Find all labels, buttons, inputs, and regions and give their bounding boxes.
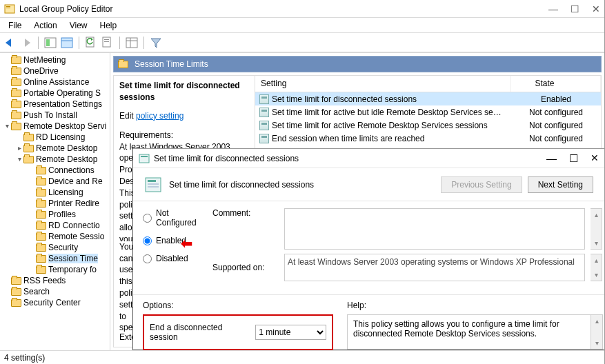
supported-on-label: Supported on: (212, 263, 279, 272)
tree-item[interactable]: Temporary fo (0, 264, 110, 275)
tree-item[interactable]: ▾Remote Desktop Servi (0, 121, 110, 132)
edit-policy-link[interactable]: policy setting (136, 111, 184, 121)
column-state[interactable]: State (511, 76, 601, 92)
policy-icon (144, 176, 162, 194)
next-setting-button[interactable]: Next Setting (528, 176, 593, 193)
folder-icon (36, 244, 46, 252)
menu-action[interactable]: Action (28, 19, 62, 32)
tree-item-label: RD Licensing (36, 132, 85, 142)
folder-icon (11, 277, 21, 285)
expand-glyph[interactable]: ▸ (15, 143, 23, 154)
tree-item[interactable]: NetMeeting (0, 54, 110, 65)
forward-icon (19, 36, 33, 50)
tree-item[interactable]: Licensing (0, 187, 110, 198)
show-hide-tree-icon[interactable] (43, 36, 57, 50)
refresh-icon[interactable] (84, 36, 98, 50)
setting-row[interactable]: End session when time limits are reached… (255, 132, 601, 145)
tree-item[interactable]: Online Assistance (0, 77, 110, 88)
tree-item[interactable]: Remote Sessio (0, 231, 110, 242)
tree-item[interactable]: Push To Install (0, 110, 110, 121)
tree-item[interactable]: RD Licensing (0, 132, 110, 143)
radio-enabled[interactable]: Enabled (143, 236, 207, 245)
supported-scrollbar[interactable]: ▴▾ (591, 254, 602, 281)
expand-glyph[interactable]: ▾ (3, 121, 11, 132)
status-text: 4 setting(s) (4, 353, 45, 363)
tree-item[interactable]: Portable Operating S (0, 88, 110, 99)
setting-row[interactable]: Set time limit for active Remote Desktop… (255, 119, 601, 132)
comment-label: Comment: (212, 208, 279, 250)
selected-setting-title: Set time limit for disconnected sessions (119, 80, 249, 103)
dialog-close-button[interactable]: ✕ (591, 152, 599, 165)
radio-disabled[interactable]: Disabled (143, 254, 207, 263)
tree-item[interactable]: ▸Remote Desktop (0, 143, 110, 154)
column-setting[interactable]: Setting (255, 76, 511, 92)
tree-item[interactable]: Session Time (0, 253, 110, 264)
tree-item[interactable]: Device and Re (0, 176, 110, 187)
tree-item[interactable]: Security (0, 242, 110, 253)
option-end-session-select[interactable]: 1 minute (255, 325, 326, 340)
folder-icon (11, 90, 21, 97)
filter-icon[interactable] (149, 36, 163, 50)
setting-state: Not configured (511, 121, 601, 130)
back-icon[interactable] (3, 36, 17, 50)
folder-icon (11, 101, 21, 108)
tree-item[interactable]: Security Center (0, 297, 110, 308)
menu-file[interactable]: File (3, 19, 27, 32)
tree-item[interactable]: Printer Redire (0, 198, 110, 209)
export-icon[interactable] (101, 36, 115, 50)
expand-glyph[interactable]: ▾ (15, 154, 23, 165)
folder-icon (23, 145, 34, 152)
help-text: This policy setting allows you to config… (353, 319, 597, 345)
folder-icon (11, 68, 21, 75)
dialog-subtitle: Set time limit for disconnected sessions (169, 180, 314, 190)
svg-rect-4 (46, 39, 50, 46)
setting-row[interactable]: Set time limit for disconnected sessions… (255, 92, 601, 105)
menu-view[interactable]: View (64, 19, 93, 32)
folder-icon (36, 167, 46, 174)
comment-textarea[interactable] (284, 208, 585, 250)
radio-not-configured[interactable]: Not Configured (143, 208, 207, 228)
svg-rect-15 (141, 156, 148, 157)
folder-icon (36, 178, 46, 185)
setting-row[interactable]: Set time limit for active but idle Remot… (255, 105, 601, 119)
menubar: File Action View Help (0, 18, 604, 33)
folder-icon (11, 299, 21, 307)
folder-icon (11, 288, 21, 296)
tree-item[interactable]: ▾Remote Desktop (0, 154, 110, 165)
folder-icon (36, 255, 46, 263)
svg-rect-2 (6, 8, 10, 8)
tree-item[interactable]: Connections (0, 165, 110, 176)
tree-item[interactable]: Profiles (0, 209, 110, 220)
tree-item-label: RD Connectio (48, 221, 100, 230)
tree-item[interactable]: Search (0, 286, 110, 297)
dialog-maximize-button[interactable]: ☐ (569, 152, 578, 165)
tree-item[interactable]: RSS Feeds (0, 275, 110, 286)
window-close-button[interactable]: ✕ (592, 3, 600, 14)
tree-item[interactable]: Presentation Settings (0, 99, 110, 110)
tree-item-label: Connections (48, 165, 95, 175)
folder-icon (11, 112, 21, 119)
dialog-minimize-button[interactable]: — (546, 152, 557, 165)
tree-item-label: Remote Desktop (36, 154, 97, 164)
comment-scrollbar[interactable]: ▴▾ (591, 208, 602, 250)
policy-dialog: Set time limit for disconnected sessions… (132, 148, 605, 350)
setting-icon (259, 121, 269, 130)
tree-item-label: Profiles (48, 210, 76, 219)
supported-on-text: At least Windows Server 2003 operating s… (284, 254, 585, 281)
window-minimize-button[interactable]: — (548, 3, 558, 14)
tree-item-label: Licensing (48, 188, 83, 197)
list-icon[interactable] (125, 36, 139, 50)
window-maximize-button[interactable]: ☐ (571, 3, 579, 14)
svg-rect-11 (126, 38, 137, 48)
properties-icon[interactable] (60, 36, 74, 50)
dialog-title: Set time limit for disconnected sessions (154, 154, 299, 163)
nav-tree[interactable]: NetMeetingOneDriveOnline AssistancePorta… (0, 53, 110, 350)
options-label: Options: (143, 301, 333, 310)
menu-help[interactable]: Help (95, 19, 123, 32)
setting-name: Set time limit for disconnected sessions (272, 94, 511, 104)
help-scrollbar[interactable]: ▴▾ (591, 315, 602, 349)
tree-item[interactable]: RD Connectio (0, 220, 110, 231)
svg-rect-9 (104, 39, 109, 40)
tree-item-label: OneDrive (23, 66, 59, 76)
tree-item[interactable]: OneDrive (0, 65, 110, 77)
